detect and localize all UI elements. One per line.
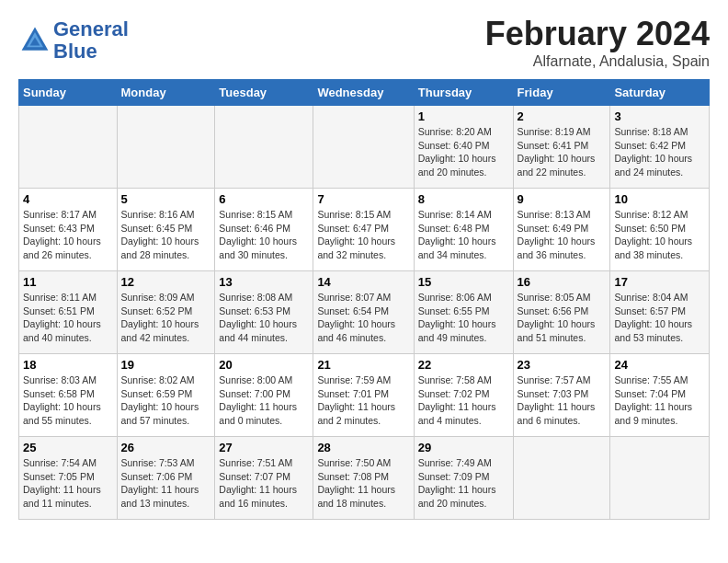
calendar-cell: 3Sunrise: 8:18 AMSunset: 6:42 PMDaylight… [610,106,710,189]
day-info: Sunrise: 8:12 AMSunset: 6:50 PMDaylight:… [614,208,705,262]
day-number: 2 [518,109,607,123]
calendar-cell: 12Sunrise: 8:09 AMSunset: 6:52 PMDayligh… [117,271,215,354]
day-info: Sunrise: 8:17 AMSunset: 6:43 PMDaylight:… [23,208,113,262]
day-number: 8 [418,192,509,206]
calendar-cell: 1Sunrise: 8:20 AMSunset: 6:40 PMDaylight… [414,106,513,189]
calendar-cell: 20Sunrise: 8:00 AMSunset: 7:00 PMDayligh… [215,354,313,437]
title-area: February 2024 Alfarnate, Andalusia, Spai… [485,15,710,70]
weekday-header-wednesday: Wednesday [313,80,414,106]
calendar-cell: 7Sunrise: 8:15 AMSunset: 6:47 PMDaylight… [313,189,414,271]
day-info: Sunrise: 8:16 AMSunset: 6:45 PMDaylight:… [121,208,211,262]
month-title: February 2024 [485,15,710,53]
logo: General Blue [18,18,129,63]
calendar-body: 1Sunrise: 8:20 AMSunset: 6:40 PMDaylight… [19,106,710,520]
day-info: Sunrise: 7:57 AMSunset: 7:03 PMDaylight:… [518,373,607,428]
day-info: Sunrise: 8:15 AMSunset: 6:46 PMDaylight:… [219,208,309,262]
calendar-cell: 4Sunrise: 8:17 AMSunset: 6:43 PMDaylight… [19,189,118,271]
calendar-cell: 28Sunrise: 7:50 AMSunset: 7:08 PMDayligh… [313,437,414,520]
day-number: 5 [121,192,211,206]
day-number: 12 [121,275,211,289]
weekday-header-tuesday: Tuesday [215,80,313,106]
calendar-cell: 2Sunrise: 8:19 AMSunset: 6:41 PMDaylight… [513,106,610,189]
day-number: 13 [219,275,309,289]
calendar-cell: 11Sunrise: 8:11 AMSunset: 6:51 PMDayligh… [19,271,118,354]
week-row-1: 1Sunrise: 8:20 AMSunset: 6:40 PMDaylight… [19,106,710,189]
day-number: 17 [614,275,705,289]
day-info: Sunrise: 7:51 AMSunset: 7:07 PMDaylight:… [219,456,309,511]
calendar-cell [215,106,313,189]
calendar-cell: 17Sunrise: 8:04 AMSunset: 6:57 PMDayligh… [610,271,710,354]
day-number: 7 [317,192,409,206]
day-number: 11 [23,275,113,289]
day-info: Sunrise: 7:50 AMSunset: 7:08 PMDaylight:… [317,456,409,511]
day-number: 23 [518,358,607,372]
calendar-cell: 22Sunrise: 7:58 AMSunset: 7:02 PMDayligh… [414,354,513,437]
day-number: 16 [518,275,607,289]
day-number: 15 [418,275,509,289]
week-row-3: 11Sunrise: 8:11 AMSunset: 6:51 PMDayligh… [19,271,710,354]
day-number: 19 [121,358,211,372]
day-number: 25 [23,441,113,454]
calendar-cell: 13Sunrise: 8:08 AMSunset: 6:53 PMDayligh… [215,271,313,354]
day-info: Sunrise: 8:14 AMSunset: 6:48 PMDaylight:… [418,208,509,262]
day-number: 29 [418,441,509,454]
calendar-cell [19,106,118,189]
calendar-cell: 26Sunrise: 7:53 AMSunset: 7:06 PMDayligh… [117,437,215,520]
calendar-cell [513,437,610,520]
calendar-cell: 29Sunrise: 7:49 AMSunset: 7:09 PMDayligh… [414,437,513,520]
calendar-cell: 6Sunrise: 8:15 AMSunset: 6:46 PMDaylight… [215,189,313,271]
logo-icon [18,24,51,57]
day-number: 10 [614,192,705,206]
weekday-header-saturday: Saturday [610,80,710,106]
day-info: Sunrise: 7:49 AMSunset: 7:09 PMDaylight:… [418,456,509,511]
day-info: Sunrise: 8:05 AMSunset: 6:56 PMDaylight:… [518,291,607,345]
weekday-header-monday: Monday [117,80,215,106]
day-info: Sunrise: 7:54 AMSunset: 7:05 PMDaylight:… [23,456,113,511]
calendar-cell: 14Sunrise: 8:07 AMSunset: 6:54 PMDayligh… [313,271,414,354]
week-row-2: 4Sunrise: 8:17 AMSunset: 6:43 PMDaylight… [19,189,710,271]
calendar-cell: 19Sunrise: 8:02 AMSunset: 6:59 PMDayligh… [117,354,215,437]
day-info: Sunrise: 8:11 AMSunset: 6:51 PMDaylight:… [23,291,113,345]
day-number: 18 [23,358,113,372]
weekday-header-sunday: Sunday [19,80,118,106]
header: General Blue February 2024 Alfarnate, An… [18,15,710,70]
calendar-cell: 9Sunrise: 8:13 AMSunset: 6:49 PMDaylight… [513,189,610,271]
day-number: 22 [418,358,509,372]
day-info: Sunrise: 8:18 AMSunset: 6:42 PMDaylight:… [614,125,705,179]
calendar-table: SundayMondayTuesdayWednesdayThursdayFrid… [18,79,710,520]
weekday-header-friday: Friday [513,80,610,106]
day-info: Sunrise: 8:15 AMSunset: 6:47 PMDaylight:… [317,208,409,262]
calendar-cell: 21Sunrise: 7:59 AMSunset: 7:01 PMDayligh… [313,354,414,437]
day-info: Sunrise: 8:09 AMSunset: 6:52 PMDaylight:… [121,291,211,345]
location-title: Alfarnate, Andalusia, Spain [485,53,710,70]
day-number: 4 [23,192,113,206]
day-number: 21 [317,358,409,372]
calendar-cell: 23Sunrise: 7:57 AMSunset: 7:03 PMDayligh… [513,354,610,437]
day-number: 24 [614,358,705,372]
calendar-cell: 15Sunrise: 8:06 AMSunset: 6:55 PMDayligh… [414,271,513,354]
calendar-cell: 8Sunrise: 8:14 AMSunset: 6:48 PMDaylight… [414,189,513,271]
day-number: 6 [219,192,309,206]
day-number: 28 [317,441,409,454]
day-info: Sunrise: 8:08 AMSunset: 6:53 PMDaylight:… [219,291,309,345]
calendar-cell: 25Sunrise: 7:54 AMSunset: 7:05 PMDayligh… [19,437,118,520]
logo-text: General Blue [53,18,129,63]
calendar-cell: 18Sunrise: 8:03 AMSunset: 6:58 PMDayligh… [19,354,118,437]
weekday-header-thursday: Thursday [414,80,513,106]
day-info: Sunrise: 7:55 AMSunset: 7:04 PMDaylight:… [614,373,705,428]
day-info: Sunrise: 8:07 AMSunset: 6:54 PMDaylight:… [317,291,409,345]
day-number: 1 [418,109,509,123]
day-info: Sunrise: 8:03 AMSunset: 6:58 PMDaylight:… [23,373,113,428]
week-row-4: 18Sunrise: 8:03 AMSunset: 6:58 PMDayligh… [19,354,710,437]
day-info: Sunrise: 7:58 AMSunset: 7:02 PMDaylight:… [418,373,509,428]
calendar-cell [313,106,414,189]
day-number: 14 [317,275,409,289]
day-info: Sunrise: 8:00 AMSunset: 7:00 PMDaylight:… [219,373,309,428]
day-number: 26 [121,441,211,454]
day-info: Sunrise: 8:13 AMSunset: 6:49 PMDaylight:… [518,208,607,262]
day-info: Sunrise: 7:53 AMSunset: 7:06 PMDaylight:… [121,456,211,511]
day-number: 9 [518,192,607,206]
week-row-5: 25Sunrise: 7:54 AMSunset: 7:05 PMDayligh… [19,437,710,520]
calendar-cell: 10Sunrise: 8:12 AMSunset: 6:50 PMDayligh… [610,189,710,271]
calendar-cell: 24Sunrise: 7:55 AMSunset: 7:04 PMDayligh… [610,354,710,437]
